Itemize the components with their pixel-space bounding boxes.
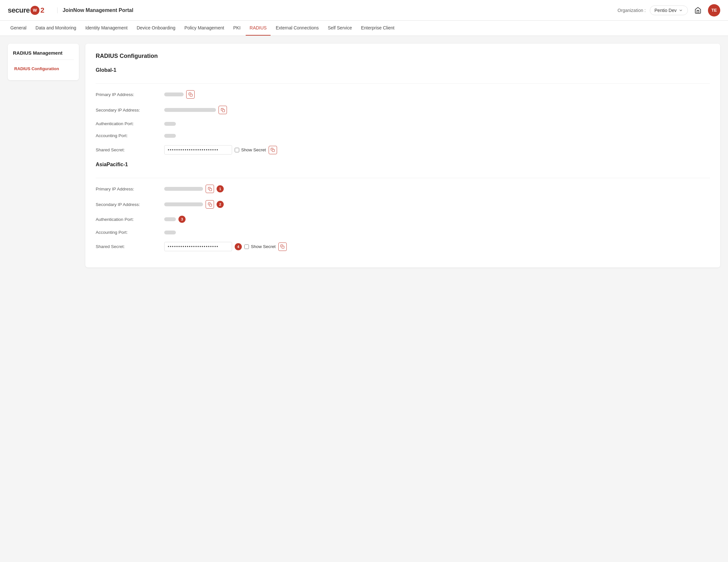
form-row-primary-ip-ap: Primary IP Address: 1 — [96, 185, 710, 193]
value-primary-ip-global — [164, 90, 195, 99]
nav-item-radius[interactable]: RADIUS — [246, 21, 271, 36]
content-title: RADIUS Configuration — [96, 53, 710, 59]
badge-primary-ip-ap: 1 — [217, 185, 224, 192]
nav-item-pki[interactable]: PKI — [229, 21, 244, 36]
main-nav: General Data and Monitoring Identity Man… — [0, 21, 728, 36]
label-shared-secret-global: Shared Secret: — [96, 147, 160, 152]
avatar[interactable]: TE — [708, 4, 720, 16]
value-acct-port-global — [164, 134, 176, 138]
form-row-secondary-ip-global: Secondary IP Address: — [96, 106, 710, 114]
copy-secondary-ip-global-button[interactable] — [219, 106, 227, 114]
nav-item-external-connections[interactable]: External Connections — [272, 21, 323, 36]
form-row-acct-port-ap: Accounting Port: — [96, 230, 710, 235]
copy-icon — [221, 108, 225, 112]
ip-placeholder-primary-global — [164, 92, 184, 96]
nav-item-policy-management[interactable]: Policy Management — [181, 21, 228, 36]
badge-auth-port-ap: 3 — [178, 216, 186, 223]
svg-rect-0 — [190, 94, 192, 96]
label-auth-port-ap: Authentication Port: — [96, 217, 160, 222]
nav-item-general[interactable]: General — [6, 21, 30, 36]
secret-input-ap[interactable] — [164, 242, 232, 251]
value-shared-secret-global: Show Secret — [164, 145, 277, 155]
port-placeholder-acct-ap — [164, 231, 176, 234]
label-acct-port-ap: Accounting Port: — [96, 230, 160, 235]
nav-item-data-monitoring[interactable]: Data and Monitoring — [32, 21, 80, 36]
ip-placeholder-primary-ap — [164, 187, 203, 191]
copy-shared-secret-global-button[interactable] — [269, 146, 277, 154]
show-secret-text: Show Secret — [241, 147, 266, 152]
value-secondary-ip-global — [164, 106, 227, 114]
show-secret-global-label[interactable]: Show Secret — [235, 147, 266, 152]
chevron-down-icon — [679, 8, 683, 13]
header-right: Organization : Pentio Dev TE — [617, 4, 720, 16]
form-row-primary-ip-global: Primary IP Address: — [96, 90, 710, 99]
label-primary-ip-global: Primary IP Address: — [96, 92, 160, 97]
copy-secondary-ip-ap-button[interactable] — [206, 200, 214, 209]
svg-rect-2 — [272, 149, 274, 152]
header: secure W 2 JoinNow Management Portal Org… — [0, 0, 728, 21]
section-divider-global1 — [96, 83, 710, 84]
logo-text-number: 2 — [40, 6, 44, 15]
badge-secondary-ip-ap: 2 — [217, 201, 224, 208]
content-card: RADIUS Configuration Global-1 Primary IP… — [85, 44, 720, 267]
logo-text-secure: secure — [8, 6, 30, 15]
home-button[interactable] — [692, 4, 704, 16]
sidebar: RADIUS Management RADIUS Configuration — [8, 44, 79, 551]
org-label: Organization : — [617, 8, 646, 13]
footer: cloud.securew2.com (7.0.0.GA1) — [0, 559, 728, 562]
org-name: Pentio Dev — [655, 8, 677, 13]
nav-item-device-onboarding[interactable]: Device Onboarding — [133, 21, 179, 36]
svg-rect-5 — [282, 246, 284, 248]
badge-shared-secret-ap: 4 — [235, 243, 242, 250]
copy-icon — [280, 244, 284, 249]
value-secondary-ip-ap: 2 — [164, 200, 224, 209]
secret-input-global[interactable] — [164, 145, 232, 155]
port-placeholder-auth-global — [164, 122, 176, 126]
portal-title: JoinNow Management Portal — [57, 7, 134, 13]
value-shared-secret-ap: 4 Show Secret — [164, 242, 287, 251]
sidebar-link-radius-configuration[interactable]: RADIUS Configuration — [13, 64, 74, 74]
copy-primary-ip-ap-button[interactable] — [206, 185, 214, 193]
show-secret-ap-checkbox[interactable] — [244, 244, 249, 249]
value-primary-ip-ap: 1 — [164, 185, 224, 193]
home-icon — [694, 7, 701, 14]
content-area: RADIUS Configuration Global-1 Primary IP… — [85, 44, 720, 551]
port-placeholder-auth-ap — [164, 217, 176, 221]
nav-item-enterprise-client[interactable]: Enterprise Client — [357, 21, 399, 36]
copy-primary-ip-global-button[interactable] — [186, 90, 195, 99]
form-row-acct-port-global: Accounting Port: — [96, 133, 710, 138]
port-placeholder-acct-global — [164, 134, 176, 138]
copy-shared-secret-ap-button[interactable] — [278, 243, 287, 251]
logo-badge: W — [30, 6, 39, 15]
value-auth-port-ap: 3 — [164, 216, 186, 223]
form-row-shared-secret-global: Shared Secret: Show Secret — [96, 145, 710, 155]
nav-item-self-service[interactable]: Self Service — [324, 21, 356, 36]
copy-icon — [271, 148, 275, 152]
show-secret-global-checkbox[interactable] — [235, 148, 239, 152]
section-title-asiapacific1: AsiaPacific-1 — [96, 162, 710, 171]
section-divider-asiapacific1 — [96, 178, 710, 178]
show-secret-ap-text: Show Secret — [251, 244, 276, 249]
svg-rect-3 — [209, 188, 211, 190]
label-acct-port-global: Accounting Port: — [96, 133, 160, 138]
form-row-auth-port-global: Authentication Port: — [96, 121, 710, 126]
label-auth-port-global: Authentication Port: — [96, 121, 160, 126]
ip-placeholder-secondary-global — [164, 108, 216, 112]
label-secondary-ip-global: Secondary IP Address: — [96, 108, 160, 113]
form-row-auth-port-ap: Authentication Port: 3 — [96, 216, 710, 223]
svg-rect-1 — [222, 109, 224, 112]
form-row-secondary-ip-ap: Secondary IP Address: 2 — [96, 200, 710, 209]
ip-placeholder-secondary-ap — [164, 202, 203, 206]
logo: secure W 2 — [8, 6, 44, 15]
label-shared-secret-ap: Shared Secret: — [96, 244, 160, 249]
org-selector[interactable]: Pentio Dev — [650, 5, 688, 15]
main-content: RADIUS Management RADIUS Configuration R… — [0, 36, 728, 559]
label-primary-ip-ap: Primary IP Address: — [96, 187, 160, 191]
nav-item-identity-management[interactable]: Identity Management — [81, 21, 132, 36]
sidebar-title: RADIUS Management — [13, 50, 74, 60]
copy-icon — [208, 202, 212, 207]
form-row-shared-secret-ap: Shared Secret: 4 Show Secret — [96, 242, 710, 251]
show-secret-ap-label[interactable]: Show Secret — [244, 244, 276, 249]
value-auth-port-global — [164, 122, 176, 126]
copy-icon — [188, 92, 193, 97]
